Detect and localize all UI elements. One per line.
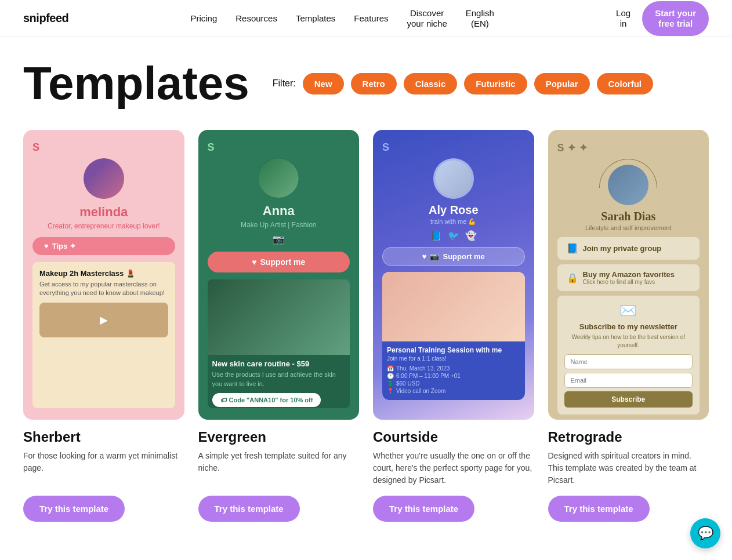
retrograde-amazon-sub: Click here to find all my favs: [583, 279, 675, 285]
chat-icon: 💬: [698, 526, 713, 541]
courtside-event-price: 💲 $60 USD: [387, 380, 520, 387]
retrograde-amazon-button[interactable]: 🔒 Buy my Amazon favorites Click here to …: [557, 264, 700, 291]
courtside-name: Courtside: [373, 429, 534, 445]
sherbert-cta-button[interactable]: Try this template: [23, 496, 125, 522]
sherbert-tip-button[interactable]: ♥ Tips ✦: [32, 237, 175, 255]
evergreen-support-label: Support me: [260, 257, 306, 267]
nav-pricing[interactable]: Pricing: [190, 13, 217, 23]
retrograde-amazon-label: Buy my Amazon favorites: [583, 270, 675, 279]
nav-links: Pricing Resources Templates Features Dis…: [190, 8, 494, 29]
evergreen-social: 📷: [273, 234, 284, 245]
twitter-icon: 🐦: [448, 230, 459, 241]
nav-language[interactable]: English(EN): [466, 8, 494, 29]
sherbert-logo: S: [32, 141, 39, 154]
courtside-event-location: 📍 Video call on Zoom: [387, 388, 520, 394]
snapchat-icon: 👻: [465, 230, 477, 241]
courtside-cta-button[interactable]: Try this template: [373, 496, 474, 522]
nav-discover[interactable]: Discoveryour niche: [407, 8, 447, 29]
nav-right: Login Start yourfree trial: [616, 1, 709, 36]
nav-templates[interactable]: Templates: [296, 13, 335, 23]
nav-resources[interactable]: Resources: [235, 13, 277, 23]
evergreen-support-button[interactable]: ♥ Support me: [208, 252, 350, 272]
sherbert-video: ▶: [39, 303, 168, 337]
retrograde-newsletter: ✉️ Subscribe to my newsletter Weekly tip…: [557, 296, 700, 414]
tag-icon: 🏷: [220, 397, 227, 403]
evergreen-preview: S Anna Make Up Artist | Fashion 📷 ♥ Supp…: [198, 130, 360, 420]
sherbert-desc: For those looking for a warm yet minimal…: [23, 450, 184, 486]
courtside-event-title: Personal Training Session with me: [387, 346, 520, 354]
logo[interactable]: snipfeed: [23, 12, 68, 25]
courtside-event-date: 📅 Thu, March 13, 2023: [387, 365, 520, 372]
retrograde-avatar-image: [608, 165, 648, 205]
evergreen-code-button[interactable]: 🏷 Code "ANNA10" for 10% off: [212, 393, 321, 407]
retrograde-preview: S ✦ ✦ Sarah Dias Lifestyle and self impr…: [548, 130, 709, 420]
retrograde-desc: Designed with spiritual creators in mind…: [548, 450, 709, 486]
heart-icon: ♥: [252, 257, 256, 267]
nav-features[interactable]: Features: [354, 13, 388, 23]
nav-cta-button[interactable]: Start yourfree trial: [642, 1, 709, 36]
courtside-event-image: [382, 272, 525, 341]
evergreen-name: Evergreen: [198, 429, 360, 445]
email-icon: ✉️: [564, 303, 693, 319]
evergreen-avatar-image: [258, 158, 299, 198]
evergreen-product-info: New skin care routine - $59 Use the prod…: [208, 355, 350, 408]
evergreen-avatar: [258, 158, 299, 198]
courtside-event: Personal Training Session with me Join m…: [382, 272, 525, 400]
evergreen-logo: S: [208, 141, 215, 154]
retrograde-group-label: Join my private group: [583, 244, 662, 253]
location-icon: 📍: [387, 388, 394, 394]
heart-icon: ♥: [422, 252, 427, 261]
evergreen-product-desc: Use the products I use and achieve the s…: [212, 370, 346, 388]
filter-label: Filter:: [273, 78, 296, 89]
retrograde-email-input[interactable]: [564, 373, 693, 388]
play-icon: ▶: [100, 314, 108, 326]
template-retrograde: S ✦ ✦ Sarah Dias Lifestyle and self impr…: [548, 130, 709, 522]
sherbert-username: melinda: [79, 205, 128, 220]
filter-futuristic[interactable]: Futuristic: [464, 73, 527, 94]
retrograde-amazon-info: Buy my Amazon favorites Click here to fi…: [583, 270, 675, 285]
retrograde-name-input[interactable]: [564, 354, 693, 369]
sherbert-tip-label: Tips ✦: [52, 242, 76, 250]
filter-new[interactable]: New: [303, 73, 344, 94]
courtside-avatar: [433, 158, 474, 199]
clock-icon: 🕐: [387, 373, 394, 379]
evergreen-bio: Make Up Artist | Fashion: [241, 221, 317, 229]
calendar-icon: 📅: [387, 365, 394, 372]
retrograde-username: Sarah Dias: [601, 210, 655, 223]
courtside-event-time: 🕐 6:00 PM – 11:00 PM +01: [387, 373, 520, 379]
courtside-event-info: Personal Training Session with me Join m…: [382, 341, 525, 400]
retrograde-group-button[interactable]: 📘 Join my private group: [557, 237, 700, 260]
filter-popular[interactable]: Popular: [534, 73, 590, 94]
template-sherbert: S melinda Creator, entrepreneur makeup l…: [23, 130, 184, 522]
evergreen-product-image: [208, 279, 350, 355]
heart-icon: ♥: [44, 242, 49, 250]
page-title: Templates: [23, 60, 249, 107]
retrograde-avatar: [608, 165, 648, 205]
retrograde-nl-desc: Weekly tips on how to be the best versio…: [564, 333, 693, 350]
chat-bubble-button[interactable]: 💬: [690, 518, 720, 545]
templates-grid: S melinda Creator, entrepreneur makeup l…: [0, 118, 732, 545]
evergreen-product-title: New skin care routine - $59: [212, 359, 346, 368]
evergreen-code-label: Code "ANNA10" for 10% off: [229, 397, 313, 403]
facebook-icon: 📘: [430, 230, 442, 241]
courtside-logo: S: [382, 141, 389, 154]
lock-icon: 🔒: [567, 272, 578, 283]
evergreen-cta-button[interactable]: Try this template: [198, 496, 300, 522]
price-icon: 💲: [387, 380, 394, 387]
template-courtside: S Aly Rose train with me 💪 📘 🐦 👻 ♥ 📷 Sup…: [373, 130, 534, 522]
filter-classic[interactable]: Classic: [404, 73, 458, 94]
evergreen-product: New skin care routine - $59 Use the prod…: [208, 279, 350, 408]
nav-login[interactable]: Login: [616, 8, 630, 29]
retrograde-cta-button[interactable]: Try this template: [548, 496, 650, 522]
filter-bar: Filter: New Retro Classic Futuristic Pop…: [273, 73, 653, 94]
filter-retro[interactable]: Retro: [351, 73, 397, 94]
courtside-support-button[interactable]: ♥ 📷 Support me: [382, 247, 525, 266]
sherbert-bio: Creator, entrepreneur makeup lover!: [48, 222, 160, 230]
template-evergreen: S Anna Make Up Artist | Fashion 📷 ♥ Supp…: [198, 130, 360, 522]
sherbert-avatar: [84, 158, 124, 199]
filter-colorful[interactable]: Colorful: [597, 73, 654, 94]
courtside-desc: Whether you're usually the one on or off…: [373, 450, 534, 486]
sherbert-avatar-image: [84, 158, 124, 199]
courtside-event-sub: Join me for a 1:1 class!: [387, 355, 520, 362]
retrograde-subscribe-button[interactable]: Subscribe: [564, 391, 693, 408]
